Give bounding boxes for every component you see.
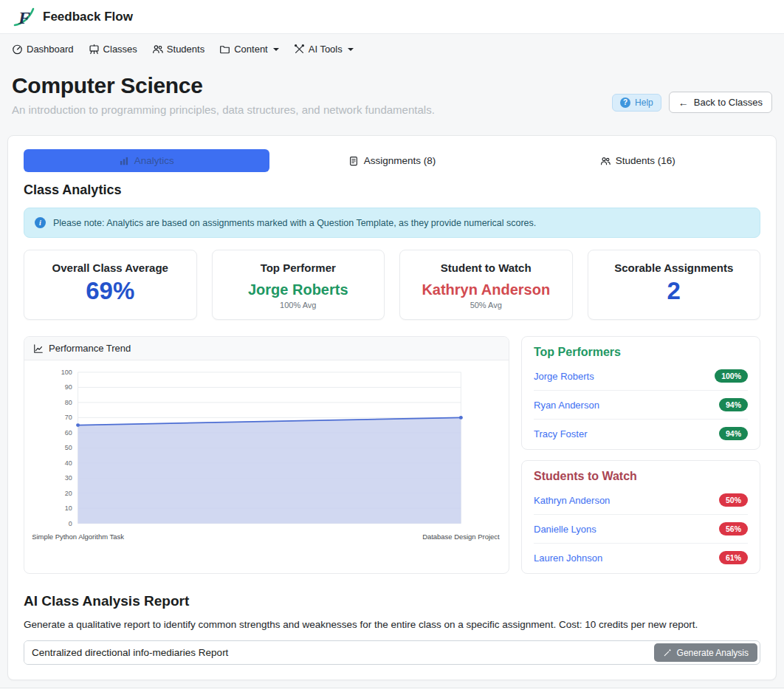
stat-value: Jorge Roberts — [219, 281, 379, 298]
charts-row: Performance Trend 0102030405060708090100… — [24, 336, 760, 574]
clipboard-icon — [348, 156, 359, 166]
line-chart-icon — [33, 343, 44, 354]
score-badge: 61% — [719, 551, 748, 564]
chart-title: Performance Trend — [49, 343, 131, 354]
score-badge: 94% — [719, 427, 748, 440]
stat-value: Kathryn Anderson — [406, 281, 566, 298]
people-icon — [600, 156, 611, 166]
score-badge: 56% — [719, 522, 748, 536]
back-label: Back to Classes — [694, 97, 763, 108]
nav-item-ai-tools[interactable]: AI Tools — [294, 44, 354, 55]
page-header: Computer Science An introduction to prog… — [0, 61, 784, 135]
score-badge: 100% — [715, 369, 748, 383]
nav-label: Students — [167, 44, 204, 55]
stat-sub: 100% Avg — [219, 301, 379, 309]
list-item: Lauren Johnson 61% — [534, 544, 748, 572]
stat-value: 2 — [594, 277, 754, 305]
report-select[interactable]: Centralized directional info-mediaries R… — [24, 641, 652, 664]
stats-row: Overall Class Average 69% Top Performer … — [24, 250, 760, 320]
student-lists-column: Top Performers Jorge Roberts 100% Ryan A… — [521, 336, 760, 574]
generate-label: Generate Analysis — [677, 648, 749, 658]
ai-report-heading: AI Class Analysis Report — [24, 593, 760, 609]
footer: © 2025 Feedback Flow About For Organizat… — [0, 688, 784, 698]
brand-name: Feedback Flow — [43, 10, 133, 24]
question-icon: ? — [620, 97, 630, 108]
svg-text:70: 70 — [65, 414, 72, 421]
brand[interactable]: F Feedback Flow — [12, 5, 133, 29]
tools-icon — [294, 44, 305, 55]
svg-text:50: 50 — [65, 444, 72, 451]
tab-label: Analytics — [134, 155, 174, 166]
tab-bar: Analytics Assignments (8) Students (16) — [24, 149, 760, 172]
performance-trend-card: Performance Trend 0102030405060708090100… — [24, 336, 509, 574]
student-link[interactable]: Danielle Lyons — [534, 524, 596, 535]
generate-analysis-button[interactable]: Generate Analysis — [654, 643, 757, 662]
help-button[interactable]: ? Help — [612, 94, 661, 112]
svg-text:20: 20 — [65, 490, 72, 497]
score-badge: 50% — [719, 493, 748, 507]
tab-label: Assignments (8) — [364, 155, 436, 166]
svg-text:F: F — [18, 8, 30, 27]
list-item: Danielle Lyons 56% — [534, 515, 748, 544]
ai-report-description: Generate a qualitative report to identif… — [24, 619, 760, 630]
stat-title: Top Performer — [219, 261, 379, 274]
students-to-watch-heading: Students to Watch — [534, 470, 748, 483]
tab-students[interactable]: Students (16) — [515, 149, 760, 172]
list-item: Ryan Anderson 94% — [534, 391, 748, 420]
notice-text: Please note: Analytics are based on assi… — [53, 218, 536, 228]
stat-title: Overall Class Average — [30, 261, 190, 274]
bar-chart-icon — [119, 156, 129, 166]
svg-text:60: 60 — [65, 429, 72, 437]
top-performers-card: Top Performers Jorge Roberts 100% Ryan A… — [521, 336, 760, 450]
chart-card-header: Performance Trend — [24, 337, 509, 360]
svg-text:10: 10 — [65, 504, 72, 512]
page-subtitle: An introduction to programming principle… — [12, 103, 435, 116]
svg-text:80: 80 — [65, 399, 72, 406]
chevron-down-icon — [348, 48, 354, 51]
nav-item-classes[interactable]: Classes — [89, 44, 137, 55]
nav-item-content[interactable]: Content — [219, 44, 279, 55]
stat-scorable-assignments: Scorable Assignments 2 — [588, 250, 761, 320]
tab-assignments[interactable]: Assignments (8) — [269, 149, 515, 172]
tab-analytics[interactable]: Analytics — [24, 149, 269, 172]
class-detail-card: Analytics Assignments (8) Students (16) … — [7, 135, 777, 680]
svg-text:Simple Python Algorithm Task: Simple Python Algorithm Task — [32, 533, 124, 541]
analytics-notice: i Please note: Analytics are based on as… — [24, 208, 760, 238]
students-to-watch-card: Students to Watch Kathryn Anderson 50% D… — [521, 460, 760, 574]
dashboard-icon — [12, 44, 23, 55]
nav-label: Dashboard — [27, 44, 74, 55]
list-item: Kathryn Anderson 50% — [534, 486, 748, 515]
chart-body: 0102030405060708090100Simple Python Algo… — [24, 360, 509, 547]
nav-label: Content — [234, 44, 268, 55]
svg-text:Database Design Project: Database Design Project — [422, 533, 500, 541]
performance-trend-chart: 0102030405060708090100Simple Python Algo… — [25, 366, 508, 546]
stat-student-to-watch: Student to Watch Kathryn Anderson 50% Av… — [399, 250, 573, 320]
feedback-flow-logo-icon: F — [12, 5, 37, 29]
student-link[interactable]: Jorge Roberts — [534, 371, 594, 382]
main-nav: Dashboard Classes Students Content AI To… — [0, 34, 784, 61]
easel-icon — [89, 44, 100, 55]
back-to-classes-button[interactable]: ← Back to Classes — [669, 92, 772, 113]
class-analytics-heading: Class Analytics — [24, 182, 760, 198]
ai-analysis-section: AI Class Analysis Report Generate a qual… — [24, 593, 760, 665]
info-icon: i — [35, 217, 46, 228]
nav-label: AI Tools — [309, 44, 343, 55]
score-badge: 94% — [719, 398, 748, 411]
top-navbar: F Feedback Flow — [0, 0, 784, 34]
svg-text:40: 40 — [65, 459, 72, 467]
student-link[interactable]: Kathryn Anderson — [534, 495, 610, 506]
stat-sub: 50% Avg — [406, 301, 566, 309]
nav-item-dashboard[interactable]: Dashboard — [12, 44, 74, 55]
arrow-left-icon: ← — [678, 97, 689, 108]
student-link[interactable]: Ryan Anderson — [534, 400, 599, 411]
student-link[interactable]: Lauren Johnson — [534, 552, 602, 564]
list-item: Jorge Roberts 100% — [534, 362, 748, 391]
help-label: Help — [635, 97, 653, 108]
page-title: Computer Science — [12, 73, 435, 98]
stat-overall-class-average: Overall Class Average 69% — [24, 250, 197, 320]
nav-label: Classes — [103, 44, 137, 55]
wand-icon — [663, 648, 673, 657]
nav-item-students[interactable]: Students — [152, 44, 204, 55]
stat-value: 69% — [30, 277, 190, 305]
student-link[interactable]: Tracy Foster — [534, 428, 587, 439]
